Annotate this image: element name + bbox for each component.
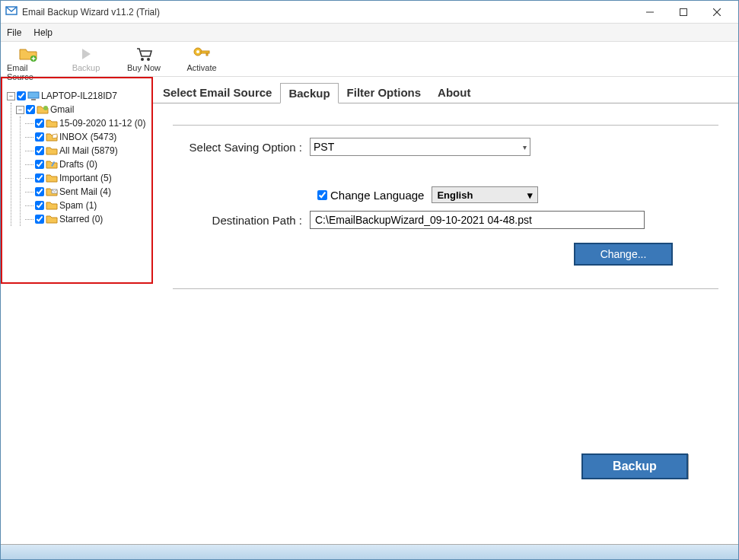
close-button[interactable] [700,2,734,23]
chevron-down-icon: ▾ [523,143,527,151]
menubar: File Help [1,24,738,42]
tree-folder-label: All Mail (5879) [59,145,118,156]
tool-activate-label: Activate [186,63,216,72]
computer-icon [27,91,40,100]
expander-icon[interactable]: − [7,92,15,100]
folder-tree: − LAPTOP-IL218ID7 − Gmail 15-09-2020 11-… [1,77,153,284]
svg-rect-14 [28,92,39,98]
tree-folder[interactable]: Important (5) [25,171,148,185]
tool-activate[interactable]: Activate [180,45,223,72]
tool-backup[interactable]: Backup [65,45,107,72]
language-value: English [437,189,473,201]
tree-folder[interactable]: All Mail (5879) [25,144,148,158]
saving-option-value: PST [314,141,334,153]
tool-buy-now-label: Buy Now [127,63,161,72]
tool-backup-label: Backup [72,63,100,72]
folder-icon [46,173,58,183]
tree-checkbox[interactable] [35,215,44,224]
menu-help[interactable]: Help [33,27,53,38]
change-language-text: Change Language [330,189,424,202]
tree-checkbox[interactable] [35,132,44,142]
tree-checkbox[interactable] [17,91,26,100]
app-icon [5,5,18,20]
tree-checkbox[interactable] [35,201,44,210]
window-title: Email Backup Wizard v11.2 (Trial) [22,7,633,18]
tree-folder-label: Drafts (0) [59,159,97,170]
tree-folder[interactable]: Spam (1) [25,199,148,212]
tool-buy-now[interactable]: Buy Now [123,45,165,72]
play-icon [78,45,94,63]
tree-checkbox[interactable] [35,119,44,128]
maximize-button[interactable] [667,2,700,23]
folder-icon [46,215,58,224]
saving-option-select[interactable]: PST ▾ [310,138,530,156]
change-button[interactable]: Change... [574,243,673,266]
cart-icon [135,45,153,63]
tab-backup[interactable]: Backup [280,83,338,103]
mail-account-icon [37,105,49,114]
folder-icon [46,187,58,196]
svg-point-11 [196,50,199,53]
tree-folder[interactable]: Starred (0) [25,212,148,226]
tree-folder-label: Sent Mail (4) [59,186,111,197]
svg-point-8 [141,58,144,61]
folder-icon [46,119,58,128]
folder-icon [46,146,58,155]
svg-point-16 [43,106,48,110]
titlebar: Email Backup Wizard v11.2 (Trial) [1,1,738,24]
tree-folder[interactable]: Drafts (0) [25,158,148,171]
tree-folder-label: INBOX (5473) [59,132,116,142]
folder-plus-icon [18,45,38,63]
destination-path-input[interactable] [310,211,645,229]
tree-folder-label: Important (5) [59,173,112,183]
tree-checkbox[interactable] [35,173,44,183]
backup-button[interactable]: Backup [581,453,688,479]
tab-filter-options[interactable]: Filter Options [339,82,430,103]
tree-folder[interactable]: INBOX (5473) [25,130,148,144]
minimize-button[interactable] [633,2,667,23]
svg-point-9 [147,58,150,61]
chevron-down-icon: ▾ [527,189,533,201]
tree-account[interactable]: − Gmail [16,103,148,116]
tabs: Select Email Source Backup Filter Option… [153,81,738,103]
toolbar: Email Source Backup Buy Now Activate [1,42,738,77]
destination-path-label: Destination Path : [173,214,310,227]
saving-option-label: Select Saving Option : [173,141,310,154]
svg-rect-13 [206,53,208,56]
tree-root-label: LAPTOP-IL218ID7 [41,91,117,101]
folder-icon [46,201,58,210]
tree-folder-label: Starred (0) [59,214,103,224]
tree-root[interactable]: − LAPTOP-IL218ID7 [7,89,148,103]
tab-about[interactable]: About [429,82,479,103]
key-icon [193,45,211,63]
svg-rect-15 [31,99,36,100]
expander-icon[interactable]: − [16,106,24,114]
tree-checkbox[interactable] [35,187,44,196]
language-select[interactable]: English ▾ [432,186,538,203]
tree-folder-label: 15-09-2020 11-12 (0) [59,118,145,129]
change-language-checkbox[interactable] [317,190,327,200]
tree-folder-label: Spam (1) [59,200,97,211]
menu-file[interactable]: File [7,27,21,38]
tab-select-source[interactable]: Select Email Source [154,82,280,103]
tree-folder[interactable]: Sent Mail (4) [25,185,148,199]
statusbar [1,544,738,559]
tree-folder[interactable]: 15-09-2020 11-12 (0) [25,116,148,130]
change-language-checkbox-label[interactable]: Change Language [317,189,424,202]
tree-checkbox[interactable] [26,105,35,114]
tool-email-source[interactable]: Email Source [7,45,49,81]
tree-checkbox[interactable] [35,146,44,155]
folder-icon [46,160,58,169]
folder-icon [46,132,58,142]
tree-account-label: Gmail [50,104,74,115]
svg-rect-2 [680,8,687,15]
tree-checkbox[interactable] [35,160,44,169]
